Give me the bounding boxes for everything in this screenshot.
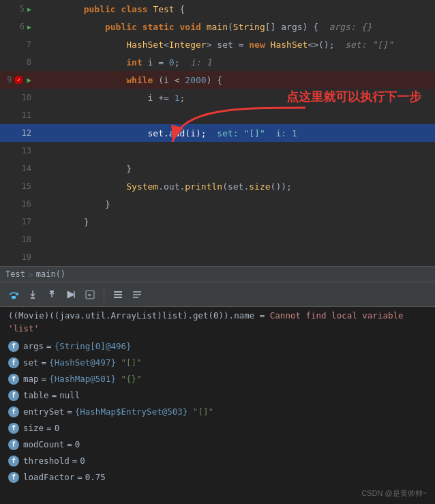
var-val-loadfactor: 0.75 <box>85 471 106 484</box>
svg-rect-3 <box>50 291 54 292</box>
var-val-size: 0 <box>55 421 60 435</box>
var-name-entryset: entrySet <box>23 405 64 419</box>
run-arrow-5: ▶ <box>27 5 31 13</box>
var-name-table: table <box>23 389 49 402</box>
var-name-threshold: threshold <box>23 454 70 468</box>
variables-panel: ((Movie)((java.util.ArrayList)list).get(… <box>0 307 435 504</box>
var-row-entryset: f entrySet = {HashMap$EntrySet@503} "[]" <box>0 404 435 420</box>
line-num-18: 18 <box>18 235 31 244</box>
var-str-map: "{}" <box>116 372 142 386</box>
var-badge-table: f <box>8 390 19 401</box>
line-content-19 <box>35 252 435 263</box>
line-num-19: 19 <box>18 252 31 262</box>
var-eq-modcount: = <box>67 438 72 451</box>
svg-rect-1 <box>12 296 16 299</box>
error-expression-line: ((Movie)((java.util.ArrayList)list).get(… <box>0 307 435 338</box>
var-val-table: null <box>59 389 80 402</box>
line-content-18 <box>35 235 435 245</box>
var-val-args: {String[0]@496} <box>55 340 132 353</box>
breadcrumb-bar: Test > main() <box>0 266 435 282</box>
var-val-modcount: 0 <box>75 438 80 451</box>
debug-toolbar: ≡ <box>0 282 435 307</box>
code-editor: 5 ▶ public class Test { 6 ▶ public stati… <box>0 0 435 266</box>
line-num-12: 12 <box>18 128 31 138</box>
error-expression: ((Movie)((java.util.ArrayList)list).get(… <box>8 310 270 321</box>
code-lines: 5 ▶ public class Test { 6 ▶ public stati… <box>0 0 435 266</box>
var-val-set: {HashSet@497} <box>49 356 116 370</box>
line-num-16: 16 <box>18 199 31 209</box>
run-to-cursor-icon <box>65 289 76 300</box>
step-out-button[interactable] <box>44 286 60 303</box>
var-badge-set: f <box>8 357 19 368</box>
step-over-button[interactable] <box>5 286 22 303</box>
var-val-map: {HashMap@501} <box>49 372 116 386</box>
var-badge-args: f <box>8 341 19 352</box>
step-into-icon <box>27 289 38 300</box>
var-eq-set: = <box>42 356 47 370</box>
var-name-map: map <box>23 372 39 386</box>
line-num-10: 10 <box>18 93 31 102</box>
step-out-icon <box>46 289 57 300</box>
var-val-threshold: 0 <box>80 454 85 468</box>
line-num-7: 7 <box>18 40 31 49</box>
var-eq-entryset: = <box>67 405 72 419</box>
breadcrumb-class: Test <box>5 269 25 279</box>
var-eq-loadfactor: = <box>77 471 82 484</box>
line-num-13: 13 <box>18 146 31 155</box>
breadcrumb-sep: > <box>28 269 33 280</box>
line-num-6: 6 <box>11 22 25 31</box>
evaluate-button[interactable]: ≡ <box>82 286 98 303</box>
breadcrumb-method: main() <box>36 269 65 279</box>
error-dot-9 <box>14 76 22 84</box>
line-num-11: 11 <box>18 110 31 120</box>
var-eq-args: = <box>46 340 52 353</box>
line-num-9: 9 <box>0 75 12 85</box>
step-into-button[interactable] <box>25 286 41 303</box>
var-name-args: args <box>23 340 44 353</box>
frames-button[interactable] <box>110 286 126 303</box>
line-num-15: 15 <box>18 181 31 191</box>
var-name-loadfactor: loadFactor <box>23 471 74 484</box>
svg-rect-9 <box>114 297 122 298</box>
code-line-10: 10 i += 1; <box>0 89 435 106</box>
var-eq-table: = <box>52 389 57 402</box>
var-name-size: size <box>23 421 44 435</box>
var-row-table: f table = null <box>0 387 435 404</box>
var-badge-entryset: f <box>8 406 19 417</box>
var-name-set: set <box>23 356 39 370</box>
watermark: CSDN @是黄帅帅~ <box>361 488 427 499</box>
svg-text:≡: ≡ <box>88 292 91 298</box>
step-over-icon <box>8 289 19 300</box>
threads-icon <box>132 289 142 300</box>
var-row-modcount: f modCount = 0 <box>0 436 435 453</box>
var-eq-map: = <box>42 372 47 386</box>
var-str-set: "[]" <box>116 356 142 370</box>
var-badge-threshold: f <box>8 456 19 466</box>
var-eq-threshold: = <box>72 454 78 468</box>
evaluate-icon: ≡ <box>85 289 95 300</box>
threads-button[interactable] <box>129 286 145 303</box>
var-row-size: f size = 0 <box>0 420 435 436</box>
svg-rect-8 <box>114 294 122 295</box>
frames-icon <box>112 289 123 300</box>
var-row-threshold: f threshold = 0 <box>0 453 435 469</box>
line-num-14: 14 <box>18 164 31 173</box>
var-badge-map: f <box>8 374 19 385</box>
svg-rect-7 <box>114 291 122 293</box>
var-row-loadfactor: f loadFactor = 0.75 <box>0 469 435 486</box>
var-str-entryset: "[]" <box>188 405 213 419</box>
var-badge-loadfactor: f <box>8 472 19 483</box>
var-badge-size: f <box>8 423 19 434</box>
var-row-map: f map = {HashMap@501} "{}" <box>0 371 435 387</box>
var-row-args: f args = {String[0]@496} <box>0 338 435 355</box>
var-badge-modcount: f <box>8 439 19 450</box>
line-num-5: 5 <box>11 4 25 14</box>
debug-arrow-9: ▶ <box>27 76 31 85</box>
var-name-modcount: modCount <box>23 438 64 451</box>
svg-rect-2 <box>31 297 35 299</box>
run-to-cursor-button[interactable] <box>63 286 79 303</box>
line-num-17: 17 <box>18 217 31 226</box>
line-num-8: 8 <box>18 57 31 67</box>
run-arrow-6: ▶ <box>27 23 31 31</box>
var-row-set: f set = {HashSet@497} "[]" <box>0 355 435 371</box>
